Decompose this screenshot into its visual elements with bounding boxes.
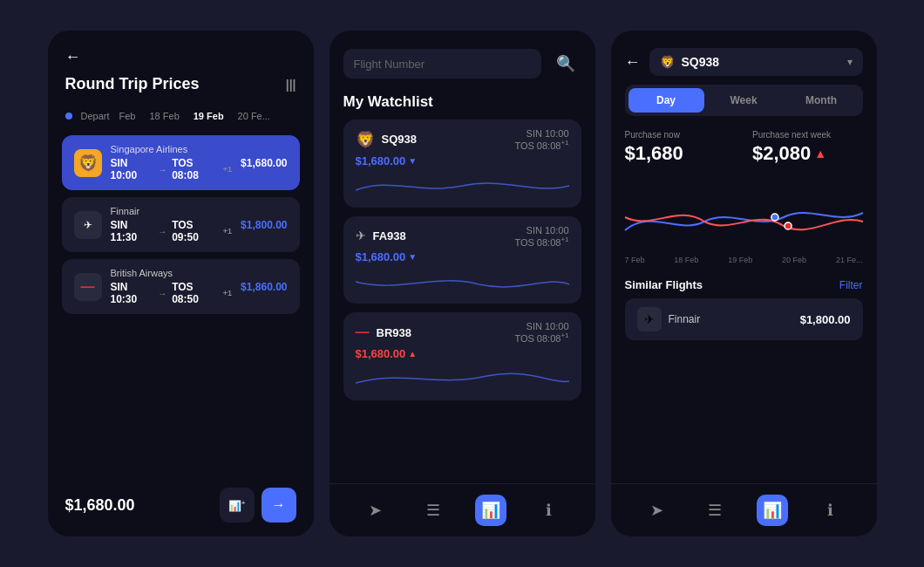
date-axis: 7 Feb 18 Feb 19 Feb 20 Feb 21 Fe... xyxy=(611,252,877,271)
tab-week[interactable]: Week xyxy=(706,88,782,113)
nav-compass-s3[interactable]: ➤ xyxy=(642,495,673,526)
br-price-val: $1,680.00 xyxy=(356,347,406,360)
day-week-month-tabs: Day Week Month xyxy=(625,85,863,116)
nav-info-s2[interactable]: ℹ xyxy=(533,495,564,526)
wc-fa-mid: $1,680.00 ▼ xyxy=(356,250,569,263)
ba-logo: — xyxy=(74,273,102,301)
watchlist-title: My Watchlist xyxy=(330,86,595,116)
tab-day[interactable]: Day xyxy=(628,88,704,113)
svg-point-1 xyxy=(785,222,792,229)
purchase-next-label: Purchase next week xyxy=(752,130,863,140)
sg-price-block: $1,680.00 xyxy=(241,157,287,169)
date-18feb[interactable]: 18 Feb xyxy=(146,109,184,123)
back-button-s3[interactable]: ← xyxy=(625,53,641,72)
sq-wave xyxy=(356,173,569,199)
sim-finnair-price: $1,800.00 xyxy=(800,313,851,326)
search-btn[interactable]: 🔍 xyxy=(550,48,581,79)
fa-wave xyxy=(356,269,569,295)
nav-menu-s3[interactable]: ☰ xyxy=(699,495,730,526)
chart-plus-icon: 📊+ xyxy=(228,499,246,512)
watch-card-br938[interactable]: — BR938 SIN 10:00 TOS 08:08+1 $1,680.00 … xyxy=(343,312,581,400)
finnair-name: Finnair xyxy=(111,206,233,216)
fa-route-to: TOS 08:08+1 xyxy=(514,236,568,248)
axis-7feb: 7 Feb xyxy=(625,256,645,264)
s1-footer: $1,680.00 📊+ → xyxy=(48,474,314,536)
br-route-from: SIN 10:00 xyxy=(514,321,568,331)
ba-price: $1,860.00 xyxy=(241,281,287,293)
purchase-now-block: Purchase now $1,680 xyxy=(625,130,736,165)
watch-card-sq938[interactable]: 🦁 SQ938 SIN 10:00 TOS 08:08+1 $1,680.00 … xyxy=(343,120,581,208)
tab-month[interactable]: Month xyxy=(784,88,859,113)
br-price-up-icon: ▲ xyxy=(408,349,417,359)
br-wave xyxy=(356,365,569,392)
price-now-value: $1,680 xyxy=(625,142,736,165)
add-to-watchlist-btn[interactable]: 📊+ xyxy=(220,488,255,523)
flight-card-ba[interactable]: — British Airways SIN 10:30 → TOS 08:50 … xyxy=(62,259,300,314)
fa-watch-price: $1,680.00 ▼ xyxy=(356,250,418,263)
fa-price-val: $1,680.00 xyxy=(356,250,406,263)
wc-br-left: — BR938 xyxy=(356,324,411,340)
fa-watch-icon: ✈ xyxy=(356,229,366,243)
ba-times: SIN 10:30 → TOS 08:50 +1 xyxy=(111,281,233,305)
sim-finnair-name: Finnair xyxy=(669,313,701,325)
sq-watch-icon: 🦁 xyxy=(356,130,375,149)
watch-card-fa938[interactable]: ✈ FA938 SIN 10:00 TOS 08:08+1 $1,680.00 … xyxy=(343,216,581,304)
fa-route-from: SIN 10:00 xyxy=(514,225,568,236)
price-next-value: $2,080 ▲ xyxy=(752,142,863,165)
fa-watch-name: FA938 xyxy=(373,229,406,243)
nav-compass-s2[interactable]: ➤ xyxy=(360,495,391,526)
s1-header: ← Round Trip Prices ||| xyxy=(48,31,314,102)
flight-id-s3: SQ938 xyxy=(682,55,720,69)
wc-br-right: SIN 10:00 TOS 08:08+1 xyxy=(514,321,568,344)
back-button-s1[interactable]: ← xyxy=(65,48,296,66)
s3-bottom-nav: ➤ ☰ 📊 ℹ xyxy=(611,483,877,536)
nav-chart-s2[interactable]: 📊 xyxy=(475,495,506,526)
nav-menu-s2[interactable]: ☰ xyxy=(418,495,449,526)
flight-selector-dropdown[interactable]: 🦁 SQ938 ▾ xyxy=(649,48,863,76)
flight-cards-list: 🦁 Singapore Airlines SIN 10:00 → TOS 08:… xyxy=(48,130,314,474)
wc-sq-left: 🦁 SQ938 xyxy=(356,130,417,149)
chart-icon-s1[interactable]: ||| xyxy=(286,78,296,92)
selected-flight: 🦁 SQ938 xyxy=(660,55,720,69)
sg-times: SIN 10:00 → TOS 08:08 +1 xyxy=(111,157,233,181)
date-20fe[interactable]: 20 Fe... xyxy=(234,109,275,123)
wc-sq-mid: $1,680.00 ▼ xyxy=(356,154,569,167)
sg-from: SIN 10:00 xyxy=(111,157,153,181)
finnair-to: TOS 09:50 xyxy=(172,219,218,243)
similar-flight-finnair[interactable]: ✈ Finnair $1,800.00 xyxy=(625,298,863,340)
sg-airline-name: Singapore Airlines xyxy=(111,144,233,154)
price-up-icon: ▲ xyxy=(814,147,826,161)
finnair-arrow: → xyxy=(158,227,166,236)
finnair-stops: +1 xyxy=(223,227,232,236)
finnair-info: Finnair SIN 11:30 → TOS 09:50 +1 xyxy=(111,206,233,243)
sg-price: $1,680.00 xyxy=(241,157,287,169)
wc-sq-header: 🦁 SQ938 SIN 10:00 TOS 08:08+1 xyxy=(356,128,569,151)
axis-20feb: 20 Feb xyxy=(782,256,806,264)
search-bar: Flight Number 🔍 xyxy=(330,31,595,86)
depart-dot xyxy=(65,113,72,120)
price-chart xyxy=(625,174,863,252)
finnair-price: $1,800.00 xyxy=(241,219,287,231)
filter-button[interactable]: Filter xyxy=(839,279,863,291)
search-icon: 🔍 xyxy=(556,54,575,73)
flight-card-sg[interactable]: 🦁 Singapore Airlines SIN 10:00 → TOS 08:… xyxy=(62,135,300,190)
ba-arrow: → xyxy=(158,289,166,298)
arrow-right-icon: → xyxy=(272,497,286,513)
sq-watch-price: $1,680.00 ▼ xyxy=(356,154,418,167)
br-watch-icon: — xyxy=(356,324,370,340)
axis-19feb: 19 Feb xyxy=(728,256,752,264)
sq-route-to: TOS 08:08+1 xyxy=(514,139,568,151)
total-price: $1,680.00 xyxy=(65,496,135,515)
nav-chart-s3[interactable]: 📊 xyxy=(757,495,788,526)
price-next-amount: $2,080 xyxy=(752,142,811,165)
date-19feb-active[interactable]: 19 Feb xyxy=(189,109,228,123)
nav-info-s3[interactable]: ℹ xyxy=(814,495,846,526)
flight-number-input[interactable]: Flight Number xyxy=(343,49,541,79)
ba-info: British Airways SIN 10:30 → TOS 08:50 +1 xyxy=(111,268,233,305)
next-btn[interactable]: → xyxy=(262,488,296,523)
flight-card-finnair[interactable]: ✈ Finnair SIN 11:30 → TOS 09:50 +1 $1,80… xyxy=(62,197,300,252)
flight-icon-s3: 🦁 xyxy=(660,55,675,69)
sg-stops: +1 xyxy=(223,165,232,174)
screen-2: Flight Number 🔍 My Watchlist 🦁 SQ938 SIN… xyxy=(330,31,595,536)
date-feb[interactable]: Feb xyxy=(115,109,140,123)
